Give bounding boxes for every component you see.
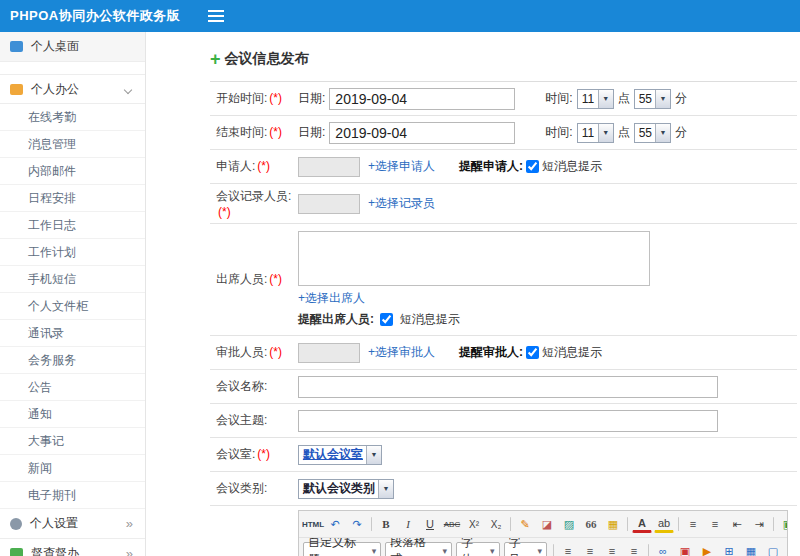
remind-attendees-label: 提醒出席人员: [298, 312, 374, 326]
separator [773, 517, 774, 531]
sidebar-subitem[interactable]: 日程安排 [0, 185, 145, 212]
sidebar-item-label: 个人设置 [30, 515, 78, 532]
align-center-icon[interactable]: ≡ [580, 541, 600, 556]
outdent-icon[interactable]: ⇤ [727, 514, 747, 534]
select-recorder-link[interactable]: +选择记录员 [368, 195, 435, 212]
chevron-right-icon: » [126, 546, 133, 556]
field-label: 会议主题: [216, 412, 298, 429]
select-attendees-link[interactable]: +选择出席人 [298, 290, 365, 307]
media-icon[interactable]: ▶ [697, 541, 717, 556]
format-painter-icon[interactable]: ✎ [515, 514, 535, 534]
subscript-icon[interactable]: X₂ [486, 514, 506, 534]
sidebar-subitem[interactable]: 个人文件柜 [0, 293, 145, 320]
fullscreen-icon[interactable]: ▢ [763, 541, 783, 556]
sms-label: 短消息提示 [542, 158, 602, 175]
sidebar: 个人桌面 个人办公 在线考勤消息管理内部邮件日程安排工作日志工作计划手机短信个人… [0, 32, 146, 556]
field-label: 结束时间:(*) [216, 124, 298, 141]
attendees-textarea[interactable] [298, 231, 650, 286]
emoticons-icon[interactable]: ▦ [603, 514, 623, 534]
link-icon[interactable]: ∞ [653, 541, 673, 556]
end-minute-select[interactable]: 55 ▼ [634, 123, 671, 143]
sidebar-item-supervise[interactable]: 督查督办 » [0, 539, 145, 556]
sidebar-subitem[interactable]: 内部邮件 [0, 158, 145, 185]
sidebar-subitem[interactable]: 新闻 [0, 455, 145, 482]
meeting-room-select[interactable]: 默认会议室 ▼ [298, 445, 382, 465]
meeting-name-input[interactable] [298, 376, 718, 398]
align-justify-icon[interactable]: ≡ [624, 541, 644, 556]
undo-icon[interactable]: ↶ [325, 514, 345, 534]
form-row-applicant: 申请人:(*) +选择申请人 提醒申请人: 短消息提示 [210, 150, 797, 184]
end-date-input[interactable] [329, 122, 515, 144]
sidebar-subitem[interactable]: 工作日志 [0, 212, 145, 239]
sidebar-subitem[interactable]: 在线考勤 [0, 104, 145, 131]
image-upload-icon[interactable]: ▣ [675, 541, 695, 556]
sidebar-subitem[interactable]: 通讯录 [0, 320, 145, 347]
sidebar-item-office[interactable]: 个人办公 [0, 74, 145, 104]
sidebar-subitem[interactable]: 电子期刊 [0, 482, 145, 509]
grid-icon[interactable]: ▦ [741, 541, 761, 556]
sms-checkbox[interactable] [380, 313, 393, 326]
sidebar-subitem[interactable]: 消息管理 [0, 131, 145, 158]
chevron-down-icon [124, 86, 132, 94]
hour-unit-label: 点 [618, 124, 630, 141]
hamburger-menu-icon[interactable] [208, 10, 224, 22]
unordered-list-icon[interactable]: ≡ [705, 514, 725, 534]
bold-icon[interactable]: B [376, 514, 396, 534]
insert-image-icon[interactable]: ▣ [778, 514, 787, 534]
ordered-list-icon[interactable]: ≡ [683, 514, 703, 534]
fill-color-icon[interactable]: ▨ [559, 514, 579, 534]
sidebar-subitem[interactable]: 公告 [0, 374, 145, 401]
sidebar-subitem[interactable]: 会务服务 [0, 347, 145, 374]
recorder-input[interactable] [298, 194, 360, 214]
start-date-input[interactable] [329, 88, 515, 110]
start-hour-select[interactable]: 11 ▼ [577, 89, 614, 109]
paragraph-select[interactable]: 段落格式 [385, 542, 452, 556]
approver-input[interactable] [298, 343, 360, 363]
font-family-select[interactable]: 字体 [456, 542, 499, 556]
font-size-select[interactable]: 字号 [504, 542, 547, 556]
font-color-icon[interactable]: A [632, 516, 652, 533]
redo-icon[interactable]: ↷ [347, 514, 367, 534]
heading-select[interactable]: 自定义标题 [303, 542, 381, 556]
indent-icon[interactable]: ⇥ [749, 514, 769, 534]
editor-toolbar-row2: 自定义标题段落格式字体字号≡≡≡≡∞▣▶⊞▦▢ [299, 537, 787, 556]
applicant-input[interactable] [298, 157, 360, 177]
sidebar-subitem[interactable]: 通知 [0, 401, 145, 428]
italic-icon[interactable]: I [398, 514, 418, 534]
html-source-button[interactable]: HTML [303, 514, 323, 534]
meeting-subject-input[interactable] [298, 410, 718, 432]
sidebar-item-label: 个人办公 [31, 81, 79, 98]
strikethrough-icon[interactable]: ABC [442, 514, 462, 534]
hour-unit-label: 点 [618, 90, 630, 107]
sidebar-item-settings[interactable]: 个人设置 » [0, 509, 145, 539]
required-mark: (*) [257, 159, 270, 173]
sidebar-subitem[interactable]: 工作计划 [0, 239, 145, 266]
sidebar-subitem[interactable]: 手机短信 [0, 266, 145, 293]
end-hour-select[interactable]: 11 ▼ [577, 123, 614, 143]
form-row-recorder: 会议记录人员:(*) +选择记录员 [210, 184, 797, 224]
highlight-color-icon[interactable]: ab [654, 516, 674, 533]
remove-format-icon[interactable]: ◪ [537, 514, 557, 534]
superscript-icon[interactable]: X² [464, 514, 484, 534]
align-right-icon[interactable]: ≡ [602, 541, 622, 556]
date-label: 日期: [298, 90, 325, 107]
field-label: 会议名称: [216, 378, 298, 395]
table-icon[interactable]: ⊞ [719, 541, 739, 556]
sidebar-subitem[interactable]: 大事记 [0, 428, 145, 455]
underline-icon[interactable]: U [420, 514, 440, 534]
sidebar-item-label: 个人桌面 [31, 38, 79, 55]
select-applicant-link[interactable]: +选择申请人 [368, 158, 435, 175]
start-minute-select[interactable]: 55 ▼ [634, 89, 671, 109]
sms-checkbox[interactable] [526, 346, 539, 359]
select-approver-link[interactable]: +选择审批人 [368, 344, 435, 361]
align-left-icon[interactable]: ≡ [558, 541, 578, 556]
sms-checkbox[interactable] [526, 160, 539, 173]
desktop-icon [10, 41, 23, 52]
minute-unit-label: 分 [675, 90, 687, 107]
blockquote-icon[interactable]: 66 [581, 514, 601, 534]
field-label: 会议类别: [216, 480, 298, 497]
meeting-category-select[interactable]: 默认会议类别 ▼ [298, 479, 394, 499]
sidebar-item-desktop[interactable]: 个人桌面 [0, 32, 145, 62]
minute-unit-label: 分 [675, 124, 687, 141]
separator [627, 517, 628, 531]
